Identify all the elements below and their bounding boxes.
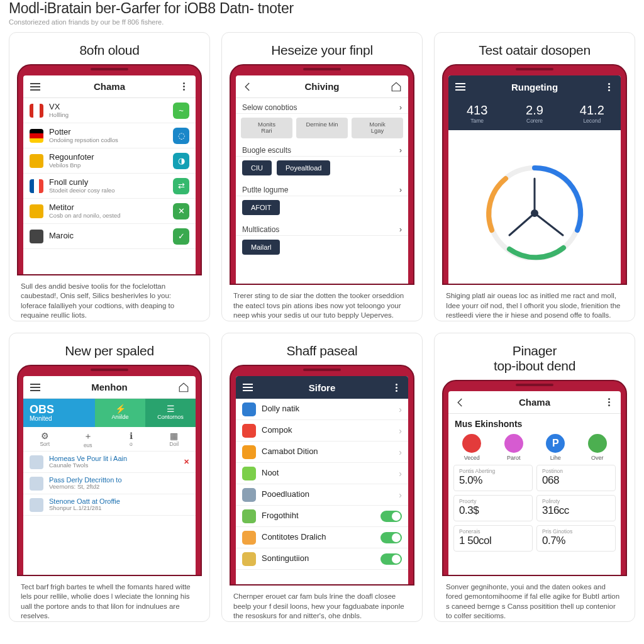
menu-icon[interactable]: [28, 380, 42, 394]
app-shortcut[interactable]: Over: [581, 434, 614, 461]
list-item[interactable]: Fnoll cunlyStodeit deeior cosy raleo ⇄: [23, 174, 196, 199]
row-icon: [30, 477, 43, 491]
chevron-right-icon: ›: [395, 447, 402, 457]
app-icon: P: [546, 434, 565, 453]
section-heading: Mus Ekinshonts: [448, 414, 621, 430]
chip[interactable]: Monik Lgay: [352, 118, 403, 138]
toggle-switch[interactable]: [380, 532, 402, 543]
grid-button[interactable]: ▦Doil: [153, 427, 196, 451]
chevron-right-icon: ›: [399, 146, 402, 155]
row-icon: [30, 154, 43, 168]
app-icon: [588, 434, 607, 453]
status-badge: ◌: [173, 128, 189, 144]
info-button[interactable]: ℹo: [109, 427, 153, 451]
list-item[interactable]: Homeas Ve Pour lit i AainCaunale Twols ✕: [23, 452, 196, 473]
app-title: Sifore: [255, 382, 389, 393]
more-icon[interactable]: [389, 380, 403, 394]
list-item[interactable]: Pass Derly Dtecritton toVeemons: St, 2ft…: [23, 473, 196, 494]
row-icon: [30, 204, 43, 218]
settings-row[interactable]: Contitotes Dralich: [236, 527, 408, 548]
stat-value: 1 50col: [459, 535, 527, 547]
row-icon: [30, 498, 43, 512]
chevron-right-icon: ›: [399, 103, 402, 112]
app-shortcut[interactable]: Parot: [497, 434, 530, 461]
stat: 41.2Lecond: [564, 98, 621, 130]
row-label: Camabot Dition: [262, 447, 395, 457]
list-item[interactable]: PotterOndoiing repsotion codlos ◌: [23, 123, 196, 148]
app-label: Parot: [497, 455, 530, 461]
chip[interactable]: Monits Rari: [241, 118, 292, 138]
section-row[interactable]: Multlicatios›: [236, 220, 408, 236]
pill-button[interactable]: CIU: [242, 160, 272, 175]
back-icon[interactable]: [241, 80, 255, 94]
more-icon[interactable]: [177, 80, 191, 94]
row-icon: [30, 129, 43, 143]
chevron-right-icon: ›: [395, 469, 402, 479]
sort-button[interactable]: ⚙Sort: [23, 427, 67, 451]
page-title: Modl-iBratain ber-Garfer for iOB8 Datn- …: [9, 0, 635, 17]
settings-row[interactable]: Noot›: [236, 463, 408, 484]
close-icon[interactable]: ✕: [184, 458, 189, 466]
stats-grid: Pontis Aberting 5.0% Postinon 068 Proort…: [448, 465, 621, 557]
stat-label: Poliroty: [542, 498, 610, 504]
settings-row[interactable]: Sontingutiion: [236, 548, 408, 570]
home-icon[interactable]: [177, 380, 191, 394]
list-item[interactable]: Stenone Oatt at OroffieShonpur L.1/21/28…: [23, 494, 196, 516]
phone-frame: Menhon OBSMonited ⚡Aniilde ☰Contornos ⚙S…: [17, 365, 202, 576]
section-row[interactable]: Selow conobtios›: [236, 98, 408, 114]
chip[interactable]: Dernine Min: [296, 118, 348, 138]
toggle-switch[interactable]: [380, 511, 402, 522]
section-row[interactable]: Putlte logume›: [236, 180, 408, 196]
tab-obs[interactable]: OBSMonited: [23, 399, 95, 427]
app-shortcuts: Veced Parot P Lihe Over: [448, 430, 621, 465]
row-icon: [242, 509, 256, 523]
row-label: Maroic: [49, 231, 173, 241]
menu-icon[interactable]: [241, 380, 255, 394]
tab-contornos[interactable]: ☰Contornos: [145, 399, 196, 427]
card-desc: Chernper erouet car fam buls lrine the d…: [230, 586, 414, 621]
pill-button[interactable]: Mailarl: [242, 240, 280, 255]
pill-button[interactable]: Poyealtload: [277, 160, 331, 175]
settings-row[interactable]: Camabot Dition›: [236, 441, 408, 463]
status-badge: ✕: [173, 203, 189, 219]
app-bar: Chiving: [236, 75, 408, 98]
settings-row[interactable]: Dolly natik›: [236, 399, 408, 420]
app-bar: Rungeting: [448, 75, 621, 98]
app-icon: [504, 434, 523, 453]
settings-row[interactable]: Frogothiht: [236, 506, 408, 527]
toggle-switch[interactable]: [380, 553, 402, 565]
settings-row[interactable]: Compok›: [236, 420, 408, 441]
add-button[interactable]: ＋eus: [67, 427, 110, 451]
app-bar: Chama: [23, 75, 196, 98]
app-title: Rungeting: [467, 82, 602, 92]
row-label: MetitorCosb on ard nonilo, oested: [49, 203, 173, 219]
menu-icon[interactable]: [28, 80, 42, 94]
back-icon[interactable]: [453, 396, 467, 409]
tab-aniilde[interactable]: ⚡Aniilde: [95, 399, 145, 427]
section-row[interactable]: Buogle escults›: [236, 141, 408, 157]
row-label: RegounfoterVebilos Bnp: [49, 153, 173, 169]
list-item[interactable]: RegounfoterVebilos Bnp ◑: [23, 148, 196, 174]
more-icon[interactable]: [602, 396, 616, 409]
settings-row[interactable]: Pooedluation›: [236, 484, 408, 506]
app-icon: [462, 434, 481, 453]
app-bar: Chama: [448, 391, 621, 414]
list-item[interactable]: Maroic ✓: [23, 224, 196, 249]
card-desc: Tect barf frigh bartes te whell the foma…: [17, 576, 202, 621]
list-item[interactable]: VXHollling ~: [23, 98, 196, 123]
menu-icon[interactable]: [453, 80, 467, 94]
more-icon[interactable]: [602, 80, 616, 94]
home-icon[interactable]: [389, 80, 403, 94]
status-badge: ◑: [173, 153, 189, 169]
row-icon: [30, 230, 43, 243]
list-item[interactable]: MetitorCosb on ard nonilo, oested ✕: [23, 199, 196, 224]
card-desc: Sonver gegnihonte, youi and the daten oo…: [442, 576, 627, 621]
pill-button[interactable]: AFOIT: [242, 200, 280, 215]
phone-frame: Chiving Selow conobtios›Monits RariDerni…: [230, 64, 414, 285]
stat-value: 0.7%: [542, 535, 610, 547]
card-oloud: 8ofn oloud Chama VXHollling ~ PotterOndo…: [9, 32, 210, 321]
app-shortcut[interactable]: P Lihe: [539, 434, 572, 461]
app-shortcut[interactable]: Veced: [455, 434, 488, 461]
row-label: Contitotes Dralich: [262, 533, 380, 542]
stat: 413Tame: [448, 98, 506, 130]
